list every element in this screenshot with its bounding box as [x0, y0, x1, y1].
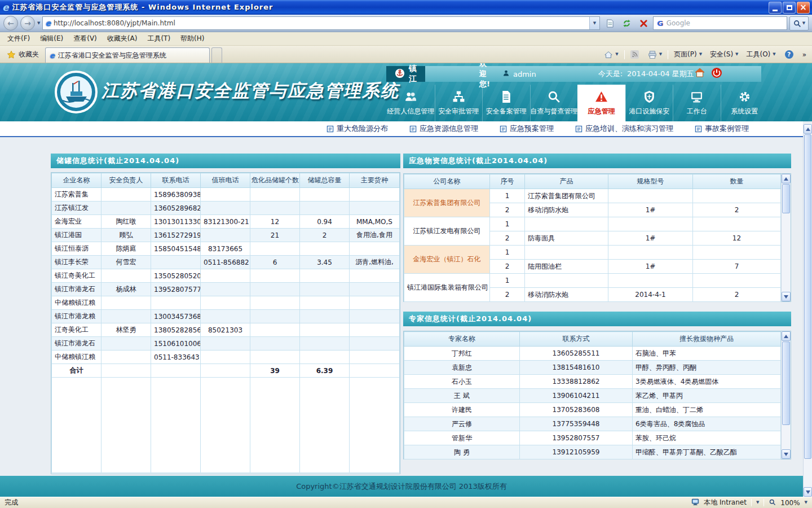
help-button[interactable]: ?: [782, 49, 797, 60]
scroll-up-button[interactable]: [782, 331, 791, 341]
table-row[interactable]: 江苏镇江发电有限公司1: [404, 217, 781, 231]
table-row[interactable]: 江苏索普集团有限公司1江苏索普集团有限公司: [404, 189, 781, 203]
table-row[interactable]: 金海宏业陶红暾1301301133083121300-21120.94MMA,M…: [52, 215, 400, 229]
table-row[interactable]: 金海宏业（镇江）石化1: [404, 246, 781, 260]
menu-item[interactable]: 收藏夹(A): [102, 32, 143, 45]
shield-icon: [642, 90, 656, 104]
maximize-button[interactable]: [783, 2, 796, 14]
search-button[interactable]: ▼: [789, 16, 809, 30]
table-row[interactable]: 王 斌13906104211苯乙烯、甲基丙: [404, 389, 781, 403]
rss-icon: [630, 50, 639, 59]
home-button[interactable]: ▼: [601, 49, 621, 60]
active-tab[interactable]: e 江苏省港口安全监管与应急管理系统: [45, 47, 210, 63]
table-row[interactable]: 镇江恒泰沥陈炳庭1585045154883173665: [52, 242, 400, 256]
subnav-item[interactable]: 重大危险源分布: [326, 124, 388, 134]
table-row[interactable]: 镇江李长荣何雪宏0511-85688263.45沥青,燃料油,: [52, 256, 400, 269]
compatibility-view-button[interactable]: [602, 16, 617, 30]
favorites-button[interactable]: 收藏夹: [2, 47, 43, 62]
refresh-button[interactable]: [619, 16, 634, 30]
table-row[interactable]: 镇江奇美化工13505280520: [52, 269, 400, 283]
scroll-thumb[interactable]: [804, 134, 811, 459]
cell: [250, 269, 300, 283]
menu-item[interactable]: 文件(F): [2, 32, 35, 45]
zoom-dropdown-icon[interactable]: ▼: [805, 501, 807, 505]
menu-item[interactable]: 帮助(H): [175, 32, 209, 45]
cell: [201, 229, 250, 242]
table-row[interactable]: 石小玉133388128623类易燃液体、4类易燃固体: [404, 375, 781, 389]
page-scrollbar[interactable]: [803, 124, 812, 497]
toolbar-button[interactable]: 安全(S)▼: [707, 49, 742, 60]
scroll-thumb[interactable]: [782, 184, 790, 213]
nav-item-5[interactable]: 港口设施保安: [625, 85, 673, 121]
supplies-scrollbar[interactable]: [781, 174, 791, 301]
nav-item-3[interactable]: 自查与督查管理: [530, 85, 578, 121]
home-shortcut-icon[interactable]: [694, 67, 705, 81]
forward-button[interactable]: →: [20, 16, 35, 30]
nav-item-4[interactable]: 应急管理: [577, 85, 625, 121]
table-row[interactable]: 江奇美化工林坚勇1380528285685021303: [52, 323, 400, 337]
table-row[interactable]: 镇江市港龙石15106101006: [52, 337, 400, 351]
new-tab-button[interactable]: [211, 47, 222, 63]
back-button[interactable]: ←: [3, 16, 18, 30]
table-row[interactable]: 许建民13705283608重油、白蜡油、丁二烯: [404, 403, 781, 417]
table-row[interactable]: 中储粮镇江粮: [52, 296, 400, 310]
history-dropdown-icon[interactable]: ▼: [37, 21, 40, 25]
scroll-thumb[interactable]: [782, 341, 790, 425]
zone-dropdown-icon[interactable]: ▼: [756, 501, 759, 505]
address-dropdown-button[interactable]: ▼: [589, 17, 599, 29]
chevron-more-button[interactable]: »: [799, 50, 810, 60]
scroll-down-button[interactable]: [782, 292, 791, 301]
minimize-button[interactable]: [769, 2, 782, 14]
close-button[interactable]: ×: [797, 2, 810, 14]
table-row[interactable]: 镇江市港龙石杨成林13952807577: [52, 283, 400, 296]
nav-item-6[interactable]: 工作台: [673, 85, 721, 121]
cell: 13805282856: [151, 323, 201, 337]
table-row[interactable]: 丁邦红13605285511石脑油、甲苯: [404, 347, 781, 361]
cell: [350, 378, 400, 473]
nav-item-7[interactable]: 系统设置: [721, 85, 769, 121]
scroll-down-button[interactable]: [782, 449, 791, 459]
toolbar-button[interactable]: 页面(P)▼: [670, 49, 705, 60]
scroll-up-button[interactable]: [782, 174, 791, 183]
city-selector[interactable]: 镇江: [386, 66, 425, 82]
menu-item[interactable]: 编辑(E): [35, 32, 68, 45]
nav-item-2[interactable]: 安全备案管理: [482, 85, 530, 121]
table-row[interactable]: 袁新忠13815481610甲醇、异丙醇、丙酮: [404, 361, 781, 375]
nav-item-1[interactable]: 安全审批管理: [435, 85, 483, 121]
table-row[interactable]: 严云修137753594486类毒害品、8类腐蚀品: [404, 417, 781, 431]
address-bar[interactable]: e http://localhost:8080/yjpt/Main.html ▼: [42, 16, 600, 30]
cell: [300, 269, 350, 283]
cell: 许建民: [404, 403, 520, 417]
toolbar-button[interactable]: 工具(O)▼: [743, 49, 779, 60]
print-button[interactable]: ▼: [645, 49, 665, 60]
search-dropdown-icon[interactable]: ▼: [802, 21, 805, 25]
cell: [250, 283, 300, 296]
stop-button[interactable]: [636, 16, 651, 30]
table-row[interactable]: 管新华13952807557苯胺、环己烷: [404, 431, 781, 445]
subnav-item[interactable]: 应急预案管理: [500, 124, 554, 134]
table-row[interactable]: 中储粮镇江粮0511-833643: [52, 351, 400, 364]
subnav-item[interactable]: 事故案例管理: [695, 124, 749, 134]
menu-item[interactable]: 查看(V): [68, 32, 102, 45]
cell: 丁邦红: [404, 347, 520, 361]
column-header: 主要货种: [350, 173, 400, 188]
experts-scrollbar[interactable]: [781, 331, 791, 459]
subnav-item[interactable]: 应急资源信息管理: [409, 124, 478, 134]
table-row[interactable]: 镇江港国顾弘13615272919212食用油,食用: [52, 229, 400, 242]
search-input[interactable]: G Google: [653, 16, 787, 30]
subnav-item[interactable]: 应急培训、演练和演习管理: [575, 124, 673, 134]
scroll-up-button[interactable]: [804, 124, 812, 134]
table-row[interactable]: 陶 勇13912105959甲缩醛、甲基异丁基酮、乙酸乙酯: [404, 445, 781, 459]
zoom-level[interactable]: 100%: [780, 499, 800, 507]
table-row[interactable]: 镇江港国际集装箱有限公司1: [404, 274, 781, 288]
logout-power-icon[interactable]: [711, 67, 722, 81]
scroll-down-button[interactable]: [804, 487, 812, 497]
table-row[interactable]: 江苏镇江发13605289682: [52, 202, 400, 215]
table-row[interactable]: 镇江市港龙粮13003457368: [52, 310, 400, 323]
table-row[interactable]: 江苏索普集15896380938: [52, 188, 400, 202]
url-text[interactable]: http://localhost:8080/yjpt/Main.html: [54, 19, 586, 27]
feeds-button[interactable]: [627, 49, 642, 60]
cell: [250, 188, 300, 202]
menu-item[interactable]: 工具(T): [142, 32, 175, 45]
nav-item-0[interactable]: 经营人信息管理: [387, 85, 435, 121]
